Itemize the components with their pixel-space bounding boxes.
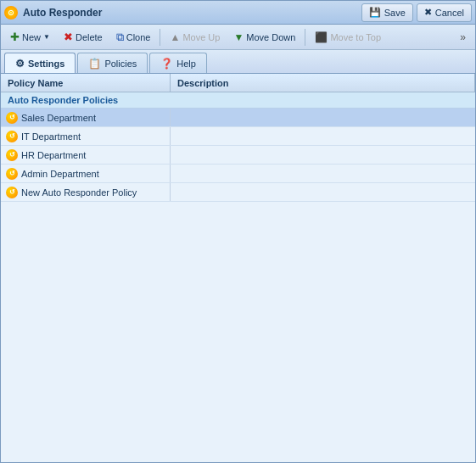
new-button[interactable]: ✚ New ▼ (4, 27, 56, 47)
category-row: Auto Responder Policies (1, 92, 475, 109)
scroll-icon: » (460, 31, 466, 43)
move-to-top-button[interactable]: ⬛ Move to Top (309, 27, 387, 47)
app-icon: ⊙ (4, 6, 18, 20)
main-window: ⊙ Auto Responder 💾 Save ✖ Cancel ✚ New ▼… (0, 0, 476, 463)
policy-name-cell: HR Department (1, 146, 171, 164)
title-bar-left: ⊙ Auto Responder (4, 6, 102, 20)
move-down-button[interactable]: ▼ Move Down (227, 27, 301, 47)
policy-name-cell: New Auto Responder Policy (1, 183, 171, 201)
column-header-description: Description (171, 74, 475, 92)
move-to-top-icon: ⬛ (315, 31, 328, 43)
new-dropdown-icon: ▼ (43, 33, 50, 41)
window-title: Auto Responder (23, 7, 102, 19)
content-area: Policy Name Description Auto Responder P… (1, 74, 475, 462)
column-header-policy: Policy Name (1, 74, 171, 92)
policy-name-cell: Sales Department (1, 109, 171, 126)
description-cell (171, 183, 475, 201)
move-up-button[interactable]: ▲ Move Up (164, 27, 226, 47)
tab-policies[interactable]: 📋 Policies (77, 53, 148, 73)
help-tab-icon: ❓ (160, 58, 173, 70)
policy-name-cell: IT Department (1, 127, 171, 145)
description-cell (171, 109, 475, 126)
scroll-right-button[interactable]: » (454, 27, 472, 47)
toolbar: ✚ New ▼ ✖ Delete ⧉ Clone ▲ Move Up ▼ Mov… (1, 25, 475, 50)
table-row[interactable]: Admin Department (1, 165, 475, 183)
policy-name-cell: Admin Department (1, 165, 171, 182)
description-cell (171, 165, 475, 182)
description-cell (171, 127, 475, 145)
new-icon: ✚ (10, 31, 20, 43)
cancel-button[interactable]: ✖ Cancel (417, 3, 472, 22)
policy-icon (6, 149, 18, 161)
tab-help[interactable]: ❓ Help (149, 53, 207, 73)
title-bar: ⊙ Auto Responder 💾 Save ✖ Cancel (1, 1, 475, 25)
table-row[interactable]: HR Department (1, 146, 475, 165)
delete-icon: ✖ (64, 31, 73, 43)
cancel-icon: ✖ (424, 7, 432, 18)
tab-settings[interactable]: ⚙ Settings (4, 53, 76, 73)
description-cell (171, 146, 475, 164)
move-down-icon: ▼ (233, 31, 244, 43)
clone-button[interactable]: ⧉ Clone (110, 27, 157, 47)
table-row[interactable]: New Auto Responder Policy (1, 183, 475, 202)
policy-icon (6, 131, 18, 142)
delete-button[interactable]: ✖ Delete (58, 27, 109, 47)
table-row[interactable]: Sales Department (1, 109, 475, 127)
move-up-icon: ▲ (170, 31, 180, 43)
policy-icon (6, 168, 18, 180)
toolbar-separator-1 (160, 29, 160, 46)
policy-icon (6, 112, 18, 124)
save-icon: 💾 (369, 7, 381, 18)
toolbar-separator-2 (305, 29, 305, 46)
policies-tab-icon: 📋 (88, 58, 101, 70)
save-button[interactable]: 💾 Save (361, 3, 413, 22)
table-body: Auto Responder Policies Sales Department… (1, 92, 475, 462)
policy-icon (6, 187, 18, 198)
clone-icon: ⧉ (116, 31, 124, 44)
tab-bar: ⚙ Settings 📋 Policies ❓ Help (1, 50, 475, 74)
settings-tab-icon: ⚙ (15, 58, 25, 70)
table-row[interactable]: IT Department (1, 127, 475, 146)
table-header: Policy Name Description (1, 74, 475, 92)
title-bar-buttons: 💾 Save ✖ Cancel (361, 3, 472, 22)
